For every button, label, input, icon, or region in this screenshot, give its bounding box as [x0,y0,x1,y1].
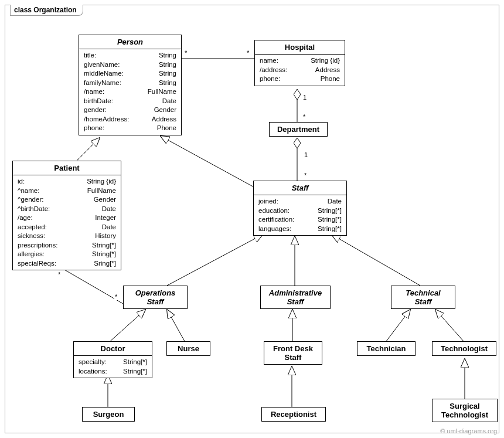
mult-patient-opstaff-right: * [114,293,118,300]
class-surgical-technologist: Surgical Technologist [432,399,498,422]
mult-person-hospital-right: * [246,49,250,56]
class-doctor-attrs: specialty:String[*] locations:String[*] [74,356,152,378]
class-nurse: Nurse [166,341,210,356]
class-person: Person title:String givenName:String mid… [79,35,182,135]
class-person-title: Person [79,35,181,49]
class-hospital-title: Hospital [255,40,345,55]
class-department: Department [269,122,328,137]
class-technician: Technician [357,341,416,356]
class-surgeon-title: Surgeon [83,408,134,421]
class-person-attrs: title:String givenName:String middleName… [79,49,181,135]
class-administrative-staff: Administrative Staff [260,286,331,309]
class-surgeon: Surgeon [82,407,135,422]
class-receptionist: Receptionist [261,407,326,422]
class-technologist-title: Technologist [433,342,496,355]
mult-patient-opstaff-left: * [57,271,61,278]
class-staff-attrs: joined:Date education:String[*] certific… [254,195,346,235]
class-technician-title: Technician [357,342,415,355]
mult-department-staff-top: 1 [304,151,308,158]
class-patient-title: Patient [13,161,121,175]
class-front-desk-staff: Front Desk Staff [264,341,322,365]
class-staff-title: Staff [254,181,346,195]
class-nurse-title: Nurse [167,342,210,355]
class-administrative-staff-title: Administrative Staff [261,286,330,308]
class-front-desk-staff-title: Front Desk Staff [264,342,322,364]
class-doctor-title: Doctor [74,342,152,356]
mult-hospital-department-bottom: * [302,113,306,120]
mult-person-hospital-left: * [184,49,188,56]
mult-hospital-department-top: 1 [302,94,307,101]
frame-tab: class Organization [10,5,83,16]
mult-department-staff-bottom: * [304,172,307,179]
class-technical-staff: Technical Staff [391,286,455,309]
class-operations-staff: Operations Staff [123,286,188,309]
class-hospital: Hospital name:String {id} /address:Addre… [254,40,345,86]
copyright-text: © uml-diagrams.org [440,427,497,434]
class-doctor: Doctor specialty:String[*] locations:Str… [73,341,152,378]
class-staff: Staff joined:Date education:String[*] ce… [253,181,347,236]
class-receptionist-title: Receptionist [262,408,325,421]
class-surgical-technologist-title: Surgical Technologist [433,399,497,422]
class-department-title: Department [270,123,327,136]
class-hospital-attrs: name:String {id} /address:Address phone:… [255,55,345,86]
class-technical-staff-title: Technical Staff [391,286,455,308]
class-technologist: Technologist [432,341,496,356]
class-operations-staff-title: Operations Staff [124,286,187,308]
class-patient: Patient id:String {id} ^name:FullName ^g… [12,161,121,270]
class-patient-attrs: id:String {id} ^name:FullName ^gender:Ge… [13,175,121,270]
